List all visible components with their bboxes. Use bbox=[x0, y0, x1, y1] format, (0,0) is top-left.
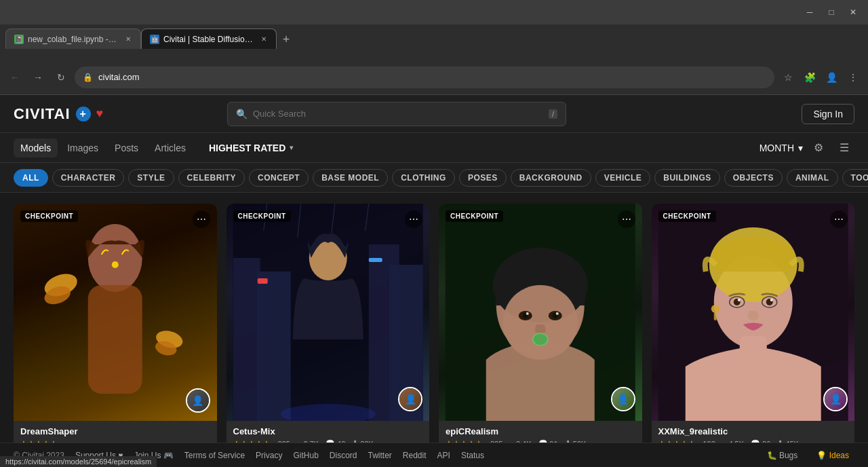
cat-objects[interactable]: OBJECTS bbox=[724, 169, 783, 187]
tab-title-1: new_colab_file.ipynb - Collabora... bbox=[28, 35, 117, 44]
card-dreamshaper[interactable]: CHECKPOINT ⋯ 👤 DreamShaper ★★★★★ bbox=[14, 204, 217, 453]
card-avatar-dreamshaper: 👤 bbox=[186, 388, 210, 413]
card-menu-dreamshaper[interactable]: ⋯ bbox=[193, 210, 210, 228]
cat-style[interactable]: STYLE bbox=[128, 169, 174, 187]
search-shortcut: / bbox=[549, 109, 557, 119]
nav-models[interactable]: Models bbox=[14, 138, 58, 157]
nav-links: Models Images Posts Articles bbox=[14, 138, 193, 157]
tabs-bar: 📓 new_colab_file.ipynb - Collabora... ✕ … bbox=[0, 24, 868, 49]
footer-reddit[interactable]: Reddit bbox=[403, 451, 427, 460]
nav-articles[interactable]: Articles bbox=[148, 138, 193, 157]
cat-poses[interactable]: POSES bbox=[459, 169, 507, 187]
bugs-button[interactable]: 🐛 Bugs bbox=[762, 449, 804, 462]
profile-button[interactable]: 👤 bbox=[822, 68, 841, 87]
tab-close-2[interactable]: ✕ bbox=[260, 34, 268, 45]
tab-favicon-2: 🤖 bbox=[150, 35, 159, 44]
card-menu-cetus[interactable]: ⋯ bbox=[405, 210, 422, 228]
toolbar-icons: ☆ 🧩 👤 ⋮ bbox=[778, 68, 863, 87]
card-badge-xxmix: CHECKPOINT bbox=[658, 210, 716, 222]
cat-concept[interactable]: CONCEPT bbox=[249, 169, 309, 187]
tab-close-1[interactable]: ✕ bbox=[124, 34, 132, 45]
footer-privacy[interactable]: Privacy bbox=[256, 451, 282, 460]
card-cetus-mix[interactable]: CHECKPOINT ⋯ 👤 Cetus-Mix ★★★★★ 225 ♥ 2.7… bbox=[226, 204, 430, 453]
browser-chrome: ─ □ ✕ 📓 new_colab_file.ipynb - Collabora… bbox=[0, 0, 868, 60]
svg-point-41 bbox=[770, 299, 772, 301]
footer-discord[interactable]: Discord bbox=[330, 451, 357, 460]
nav-right: MONTH ▾ ⚙ ☰ bbox=[760, 138, 854, 158]
browser-tab-2[interactable]: 🤖 Civitai | Stable Diffusion models... ✕ bbox=[141, 29, 277, 49]
footer-twitter[interactable]: Twitter bbox=[368, 451, 392, 460]
card-epicrealism[interactable]: CHECKPOINT ⋯ 👤 epiCRealism ★★★★★ 305 ♥ 3… bbox=[439, 204, 642, 453]
sign-in-button[interactable]: Sign In bbox=[802, 104, 854, 124]
cat-character[interactable]: CHARACTER bbox=[52, 169, 125, 187]
extension-button[interactable]: 🧩 bbox=[800, 68, 819, 87]
cat-tool[interactable]: TOOL bbox=[842, 169, 868, 187]
card-avatar-xxmix: 👤 bbox=[823, 387, 848, 411]
layout-button[interactable]: ☰ bbox=[834, 138, 854, 158]
main-content: CHECKPOINT ⋯ 👤 DreamShaper ★★★★★ bbox=[0, 193, 868, 467]
svg-rect-43 bbox=[713, 312, 716, 320]
card-title-cetus: Cetus-Mix bbox=[233, 426, 423, 436]
svg-point-29 bbox=[534, 334, 547, 345]
minimize-button[interactable]: ─ bbox=[800, 3, 819, 22]
card-menu-xxmix[interactable]: ⋯ bbox=[830, 210, 848, 228]
footer-terms[interactable]: Terms of Service bbox=[184, 451, 245, 460]
svg-point-42 bbox=[711, 305, 719, 313]
logo-plus-icon[interactable]: + bbox=[76, 107, 91, 122]
search-input[interactable] bbox=[253, 109, 543, 119]
menu-button[interactable]: ⋮ bbox=[844, 68, 863, 87]
svg-point-40 bbox=[737, 299, 740, 301]
forward-button[interactable]: → bbox=[28, 68, 47, 87]
nav-images[interactable]: Images bbox=[60, 138, 105, 157]
card-title-xxmix: XXMix_9realistic bbox=[658, 426, 848, 436]
bookmark-button[interactable]: ☆ bbox=[778, 68, 797, 87]
maximize-button[interactable]: □ bbox=[822, 3, 841, 22]
card-avatar-epic: 👤 bbox=[611, 387, 635, 411]
footer-github[interactable]: GitHub bbox=[293, 451, 318, 460]
search-bar[interactable]: 🔍 / bbox=[227, 102, 566, 126]
footer-status[interactable]: Status bbox=[461, 451, 484, 460]
site-logo[interactable]: CIVITAI + ♥ bbox=[14, 105, 104, 123]
time-filter-button[interactable]: MONTH ▾ bbox=[760, 143, 803, 153]
cat-celebrity[interactable]: CELEBRITY bbox=[178, 169, 245, 187]
svg-rect-5 bbox=[88, 285, 142, 394]
tab-favicon-1: 📓 bbox=[14, 35, 24, 44]
address-bar: ← → ↻ 🔒 ☆ 🧩 👤 ⋮ bbox=[0, 60, 868, 95]
card-image-cetus bbox=[226, 204, 430, 421]
nav-posts[interactable]: Posts bbox=[108, 138, 145, 157]
logo-text: CIVITAI bbox=[14, 105, 71, 123]
svg-point-30 bbox=[526, 312, 529, 315]
cat-all[interactable]: ALL bbox=[14, 169, 48, 187]
card-image-epic bbox=[439, 204, 642, 421]
ideas-button[interactable]: 💡 Ideas bbox=[811, 449, 854, 462]
cat-base-model[interactable]: BASE MODEL bbox=[313, 169, 388, 187]
address-input[interactable] bbox=[98, 72, 766, 82]
tab-title-2: Civitai | Stable Diffusion models... bbox=[163, 35, 253, 44]
cat-clothing[interactable]: CLOTHING bbox=[392, 169, 455, 187]
card-xxmix[interactable]: CHECKPOINT ⋯ 👤 XXMix_9realistic ★★★★★ 19… bbox=[652, 204, 855, 453]
address-bar-input-wrap[interactable]: 🔒 bbox=[75, 67, 774, 88]
cat-animal[interactable]: ANIMAL bbox=[787, 169, 838, 187]
back-button[interactable]: ← bbox=[5, 68, 24, 87]
new-tab-button[interactable]: + bbox=[277, 30, 296, 49]
filter-button[interactable]: ⚙ bbox=[808, 138, 829, 158]
browser-tab-1[interactable]: 📓 new_colab_file.ipynb - Collabora... ✕ bbox=[5, 29, 141, 49]
close-button[interactable]: ✕ bbox=[844, 3, 863, 22]
svg-point-6 bbox=[112, 261, 119, 268]
card-title-epic: epiCRealism bbox=[446, 426, 635, 436]
reload-button[interactable]: ↻ bbox=[52, 68, 71, 87]
sort-button[interactable]: HIGHEST RATED ▾ bbox=[209, 143, 293, 153]
card-image-xxmix bbox=[652, 204, 855, 421]
svg-rect-12 bbox=[257, 278, 267, 284]
cat-buildings[interactable]: BUILDINGS bbox=[654, 169, 720, 187]
cat-background[interactable]: BACKGROUND bbox=[511, 169, 591, 187]
svg-point-31 bbox=[556, 312, 559, 315]
window-controls[interactable]: ─ □ ✕ bbox=[800, 3, 863, 22]
svg-rect-9 bbox=[256, 272, 290, 421]
logo-heart-icon[interactable]: ♥ bbox=[96, 107, 104, 121]
cat-vehicle[interactable]: VEHICLE bbox=[595, 169, 651, 187]
card-menu-epic[interactable]: ⋯ bbox=[618, 210, 635, 228]
nav-bar: Models Images Posts Articles HIGHEST RAT… bbox=[0, 133, 868, 163]
url-status: https://civitai.com/models/25694/epicrea… bbox=[0, 456, 157, 467]
footer-api[interactable]: API bbox=[437, 451, 450, 460]
